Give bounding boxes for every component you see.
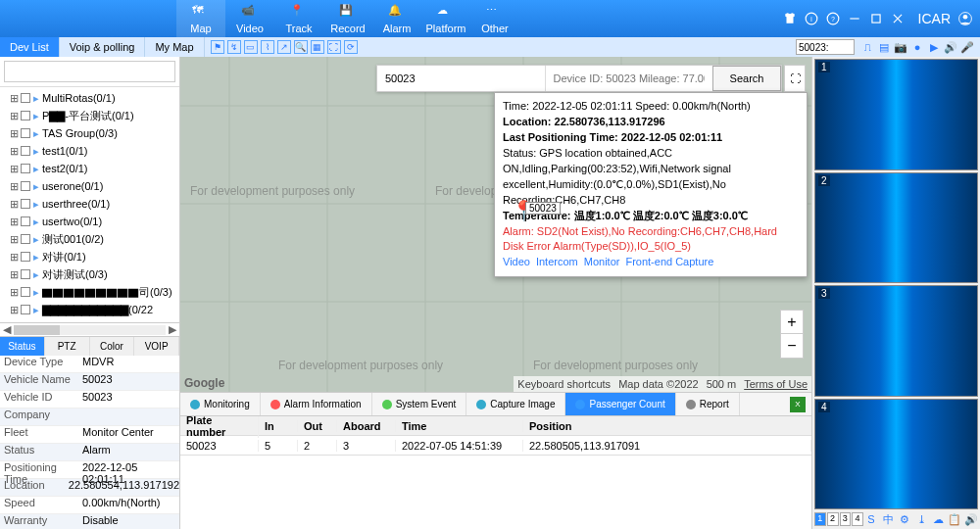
map-search-button[interactable]: Search bbox=[712, 66, 781, 91]
svg-text:i: i bbox=[810, 16, 811, 23]
row2-tab-0[interactable]: Dev List bbox=[0, 37, 60, 57]
camera-icon[interactable]: 📷 bbox=[894, 40, 907, 54]
fullscreen-button[interactable]: ⛶ bbox=[784, 65, 806, 92]
top-tab-track[interactable]: 📍Track bbox=[274, 0, 323, 37]
info-tab-voip[interactable]: VOIP bbox=[134, 337, 179, 356]
video-panel-3[interactable]: 3 bbox=[814, 285, 978, 397]
tree-item[interactable]: ⊞▸对讲(0/1) bbox=[2, 248, 177, 265]
refresh-tool-icon[interactable]: ⟳ bbox=[344, 40, 358, 54]
map-area[interactable]: For development purposes only For develo… bbox=[180, 57, 811, 392]
svg-rect-4 bbox=[850, 18, 858, 19]
vp-layout-1[interactable]: 1 bbox=[814, 512, 826, 526]
route-tool-icon[interactable]: ↯ bbox=[227, 40, 241, 54]
tree-item[interactable]: ⊞▸P▇▇-平台测试(0/1) bbox=[2, 107, 177, 124]
layout-icon[interactable]: ▤ bbox=[877, 40, 891, 54]
scroll-thumb[interactable] bbox=[14, 325, 60, 335]
tree-search-input[interactable] bbox=[4, 61, 175, 82]
info-tab-color[interactable]: Color bbox=[90, 337, 135, 356]
map-tool-icons: ⚑ ↯ ▭ ⌇ ↗ 🔍 ▦ ⛶ ⟳ bbox=[211, 40, 358, 54]
popup-link-video[interactable]: Video bbox=[503, 256, 530, 267]
tray-icon[interactable]: 🔊 bbox=[964, 512, 978, 526]
tray-icon[interactable]: ⚙ bbox=[898, 512, 911, 526]
volume-icon[interactable]: 🔊 bbox=[944, 40, 957, 54]
export-excel-button[interactable]: X bbox=[790, 397, 806, 412]
signal-icon[interactable]: ⎍ bbox=[860, 40, 874, 54]
top-tab-record[interactable]: 💾Record bbox=[323, 0, 372, 37]
tree-item[interactable]: ⊞▸MultiRotas(0/1) bbox=[2, 89, 177, 107]
vp-layout-4[interactable]: 4 bbox=[852, 512, 863, 526]
mic-icon[interactable]: 🎤 bbox=[960, 40, 974, 54]
top-tab-video[interactable]: 📹Video bbox=[225, 0, 274, 37]
popup-link-intercom[interactable]: Intercom bbox=[536, 256, 578, 267]
table-row[interactable]: 500235232022-07-05 14:51:3922.580505,113… bbox=[180, 436, 811, 456]
user-icon[interactable] bbox=[958, 12, 972, 25]
video-panel-1[interactable]: 1 bbox=[814, 59, 978, 170]
help-icon[interactable]: ? bbox=[826, 12, 840, 25]
tray-icon[interactable]: 📋 bbox=[948, 512, 961, 526]
bp-tab-2[interactable]: System Event bbox=[372, 393, 467, 415]
vp-layout-3[interactable]: 3 bbox=[840, 512, 852, 526]
zoom-out-button[interactable]: − bbox=[781, 334, 803, 358]
info-icon[interactable]: i bbox=[805, 12, 818, 25]
scroll-left-icon[interactable]: ◀ bbox=[0, 323, 14, 336]
dev-watermark: For development purposes only bbox=[533, 359, 698, 372]
bp-tab-5[interactable]: Report bbox=[676, 393, 740, 415]
map-search-detail[interactable] bbox=[545, 66, 713, 91]
tree-item[interactable]: ⊞▸usertwo(0/1) bbox=[2, 213, 177, 230]
row2-tab-2[interactable]: My Map bbox=[145, 37, 204, 57]
maximize-icon[interactable] bbox=[869, 12, 883, 25]
top-tab-other[interactable]: ⋯Other bbox=[470, 0, 519, 37]
video-panel-2[interactable]: 2 bbox=[814, 172, 978, 284]
tray-icon[interactable]: ⤓ bbox=[914, 512, 928, 526]
bp-tab-1[interactable]: Alarm Information bbox=[261, 393, 372, 415]
scroll-right-icon[interactable]: ▶ bbox=[166, 323, 179, 336]
video-panel-4[interactable]: 4 bbox=[814, 399, 978, 510]
tree-h-scroll[interactable]: ◀ ▶ bbox=[0, 322, 179, 336]
bp-tab-4[interactable]: Passenger Count bbox=[565, 393, 675, 415]
minimize-icon[interactable] bbox=[848, 12, 861, 25]
device-info-table: Device TypeMDVRVehicle Name50023Vehicle … bbox=[0, 356, 179, 529]
row2-tab-1[interactable]: Voip & polling bbox=[60, 37, 146, 57]
device-tree[interactable]: ⊞▸MultiRotas(0/1)⊞▸P▇▇-平台测试(0/1)⊞▸TAS Gr… bbox=[0, 87, 179, 322]
bp-tab-3[interactable]: Capture Image bbox=[466, 393, 565, 415]
rec-icon[interactable]: ● bbox=[910, 40, 924, 54]
bp-tab-0[interactable]: Monitoring bbox=[180, 393, 261, 415]
expand-tool-icon[interactable]: ⛶ bbox=[327, 40, 341, 54]
close-icon[interactable] bbox=[891, 12, 905, 25]
terms-link[interactable]: Terms of Use bbox=[744, 378, 808, 390]
tray-icon[interactable]: 中 bbox=[881, 512, 895, 526]
tree-item[interactable]: ⊞▸对讲测试(0/3) bbox=[2, 265, 177, 283]
popup-link-front-end capture[interactable]: Front-end Capture bbox=[625, 256, 713, 267]
vp-layout-2[interactable]: 2 bbox=[827, 512, 839, 526]
search-tool-icon[interactable]: 🔍 bbox=[294, 40, 308, 54]
zoom-in-button[interactable]: + bbox=[781, 311, 803, 334]
top-tab-platform[interactable]: ☁Platform bbox=[421, 0, 470, 37]
rect-tool-icon[interactable]: ▭ bbox=[244, 40, 258, 54]
popup-link-monitor[interactable]: Monitor bbox=[584, 256, 620, 267]
tray-icon[interactable]: S bbox=[864, 512, 878, 526]
polyline-tool-icon[interactable]: ⌇ bbox=[261, 40, 274, 54]
map-search-input[interactable] bbox=[377, 66, 545, 91]
info-tab-status[interactable]: Status bbox=[0, 337, 45, 356]
tree-item[interactable]: ⊞▸test2(0/1) bbox=[2, 160, 177, 177]
tree-item[interactable]: ⊞▸test1(0/1) bbox=[2, 142, 177, 160]
tree-item[interactable]: ⊞▸userthree(0/1) bbox=[2, 195, 177, 213]
tree-item[interactable]: ⊞▸▇▇▇▇▇▇▇▇▇司(0/3) bbox=[2, 283, 177, 301]
info-tab-ptz[interactable]: PTZ bbox=[45, 337, 90, 356]
measure-tool-icon[interactable]: ↗ bbox=[277, 40, 291, 54]
tree-item[interactable]: ⊞▸userone(0/1) bbox=[2, 177, 177, 195]
tree-item[interactable]: ⊞▸测试001(0/2) bbox=[2, 230, 177, 248]
device-quick-search-input[interactable] bbox=[796, 39, 855, 55]
top-tab-alarm[interactable]: 🔔Alarm bbox=[372, 0, 421, 37]
map-attribution: Keyboard shortcuts Map data ©2022 500 m … bbox=[514, 376, 811, 392]
tree-item[interactable]: ⊞▸▇▇▇▇▇▇▇▇▇▇▇(0/22 bbox=[2, 301, 177, 318]
video-layout-tabs: 1234S中⚙⤓☁📋🔊 bbox=[814, 511, 978, 527]
tshirt-icon[interactable] bbox=[783, 12, 797, 25]
flag-tool-icon[interactable]: ⚑ bbox=[211, 40, 224, 54]
tray-icon[interactable]: ☁ bbox=[931, 512, 945, 526]
grid-tool-icon[interactable]: ▦ bbox=[311, 40, 324, 54]
tree-item[interactable]: ⊞▸TAS Group(0/3) bbox=[2, 124, 177, 142]
top-tab-map[interactable]: 🗺Map bbox=[176, 0, 225, 37]
dev-watermark: For development purposes only bbox=[278, 359, 443, 372]
play-icon[interactable]: ▶ bbox=[927, 40, 941, 54]
